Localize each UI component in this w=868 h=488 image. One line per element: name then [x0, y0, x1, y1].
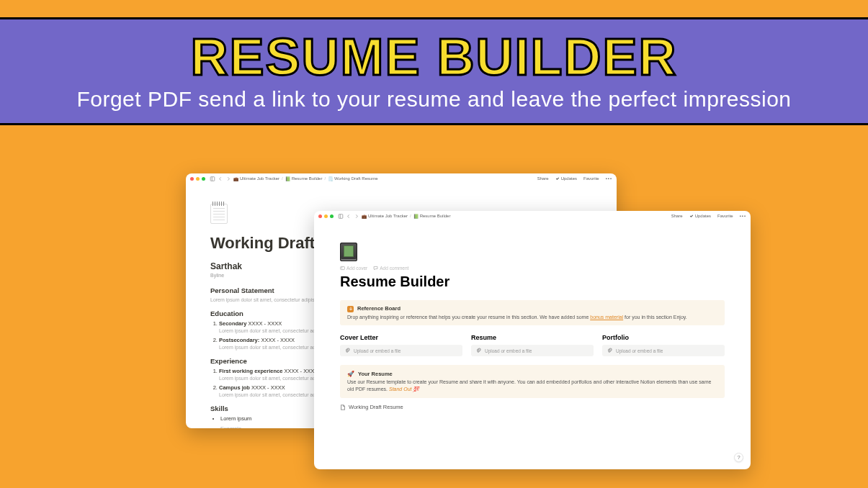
forward-icon[interactable]	[225, 176, 231, 181]
titlebar: 💼Ultimate Job Tracker / 📗Resume Builder …	[186, 173, 617, 184]
rocket-icon: 🚀	[347, 370, 354, 378]
page-icon	[340, 405, 346, 410]
notepad-icon: 🗒️	[328, 176, 333, 181]
more-button[interactable]: •••	[606, 176, 612, 181]
page-meta-actions: Add cover Add comment	[340, 266, 725, 271]
down-arrow-icon	[347, 306, 354, 312]
standout-text: Stand Out 💯	[389, 387, 419, 392]
item-label: First working experience	[219, 368, 282, 374]
attachment-icon	[607, 348, 612, 353]
breadcrumb-separator: /	[410, 214, 411, 218]
item-range: XXXX - XXXX	[248, 320, 282, 327]
bonus-material-link[interactable]: bonus material	[590, 315, 623, 320]
resume-builder-window: 💼Ultimate Job Tracker / 📗Resume Builder …	[314, 211, 751, 469]
hero-subtitle: Forget PDF send a link to your resume an…	[76, 87, 791, 112]
item-range: XXXX - XXXX	[251, 384, 285, 391]
breadcrumb-root[interactable]: 💼Ultimate Job Tracker	[362, 214, 408, 219]
callout-heading: Reference Board	[357, 305, 401, 313]
breadcrumb-root[interactable]: 💼Ultimate Job Tracker	[233, 176, 279, 181]
column-heading: Portfolio	[602, 334, 725, 341]
item-range: XXXX - XXXX	[284, 368, 318, 374]
close-icon[interactable]	[318, 214, 322, 218]
upload-dropzone[interactable]: Upload or embed a file	[602, 345, 725, 356]
portfolio-column: Portfolio Upload or embed a file	[602, 334, 725, 356]
updates-button[interactable]: Updates	[689, 214, 711, 218]
reference-board-callout: Reference Board Drop anything inspiring …	[340, 300, 725, 325]
breadcrumb-mid[interactable]: 📗Resume Builder	[285, 176, 323, 181]
briefcase-icon: 💼	[362, 214, 367, 219]
upload-placeholder: Upload or embed a file	[485, 348, 532, 353]
hero-band: RESUME BUILDER Forget PDF send a link to…	[0, 17, 868, 125]
callout-heading: Your Resume	[358, 371, 393, 379]
more-button[interactable]: •••	[740, 214, 746, 218]
close-icon[interactable]	[190, 177, 194, 181]
book-icon: 📗	[413, 214, 419, 219]
column-heading: Resume	[471, 334, 594, 341]
add-cover-button[interactable]: Add cover	[340, 266, 367, 271]
favorite-button[interactable]: Favorite	[717, 214, 733, 218]
forward-icon[interactable]	[354, 214, 359, 219]
favorite-button[interactable]: Favorite	[583, 176, 599, 181]
item-label: Secondary	[219, 320, 246, 327]
column-heading: Cover Letter	[340, 334, 462, 341]
titlebar: 💼Ultimate Job Tracker / 📗Resume Builder …	[314, 211, 751, 221]
link-label: Working Draft Resume	[349, 404, 403, 410]
upload-dropzone[interactable]: Upload or embed a file	[471, 345, 594, 356]
item-range: XXXX - XXXX	[261, 337, 295, 343]
sidebar-toggle-icon[interactable]	[338, 214, 344, 219]
share-button[interactable]: Share	[537, 176, 549, 181]
svg-rect-2	[339, 214, 343, 218]
upload-placeholder: Upload or embed a file	[616, 348, 663, 353]
window-controls[interactable]	[190, 177, 205, 181]
item-label: Campus job	[219, 384, 250, 391]
sidebar-toggle-icon[interactable]	[210, 176, 215, 181]
minimize-icon[interactable]	[196, 177, 200, 181]
minimize-icon[interactable]	[324, 214, 328, 218]
hero-title: RESUME BUILDER	[190, 31, 677, 83]
attachment-icon	[475, 348, 481, 353]
back-icon[interactable]	[218, 176, 223, 181]
callout-body-post: for you in this section Enjoy.	[623, 315, 687, 320]
resume-column: Resume Upload or embed a file	[471, 334, 594, 356]
item-label: Postsecondary:	[219, 337, 259, 343]
window-controls[interactable]	[318, 214, 334, 218]
svg-rect-0	[210, 176, 215, 181]
cover-letter-column: Cover Letter Upload or embed a file	[340, 334, 462, 356]
page-body: Add cover Add comment Resume Builder Ref…	[314, 221, 751, 410]
breadcrumb-separator: /	[282, 176, 283, 181]
help-button[interactable]: ?	[734, 453, 743, 462]
attachment-icon	[344, 348, 350, 353]
callout-body-pre: Drop anything inspiring or reference tha…	[347, 315, 590, 320]
briefcase-icon: 💼	[233, 176, 238, 181]
upload-dropzone[interactable]: Upload or embed a file	[340, 345, 462, 356]
book-page-icon[interactable]	[340, 243, 357, 261]
breadcrumb-leaf[interactable]: 📗Resume Builder	[413, 214, 451, 219]
working-draft-link[interactable]: Working Draft Resume	[340, 404, 725, 410]
maximize-icon[interactable]	[330, 214, 334, 218]
your-resume-callout: 🚀 Your Resume Use our Resume template to…	[340, 365, 725, 398]
svg-point-5	[341, 268, 342, 268]
maximize-icon[interactable]	[202, 177, 205, 181]
breadcrumb-separator: /	[324, 176, 326, 181]
page-title[interactable]: Resume Builder	[340, 274, 725, 290]
share-button[interactable]: Share	[671, 214, 683, 218]
add-comment-button[interactable]: Add comment	[373, 266, 408, 271]
upload-placeholder: Upload or embed a file	[354, 348, 401, 353]
upload-columns: Cover Letter Upload or embed a file Resu…	[340, 334, 725, 356]
back-icon[interactable]	[346, 214, 352, 219]
notepad-page-icon[interactable]	[210, 204, 228, 224]
breadcrumb-leaf[interactable]: 🗒️Working Draft Resume	[328, 176, 378, 181]
updates-button[interactable]: Updates	[555, 176, 577, 181]
book-icon: 📗	[285, 176, 290, 181]
